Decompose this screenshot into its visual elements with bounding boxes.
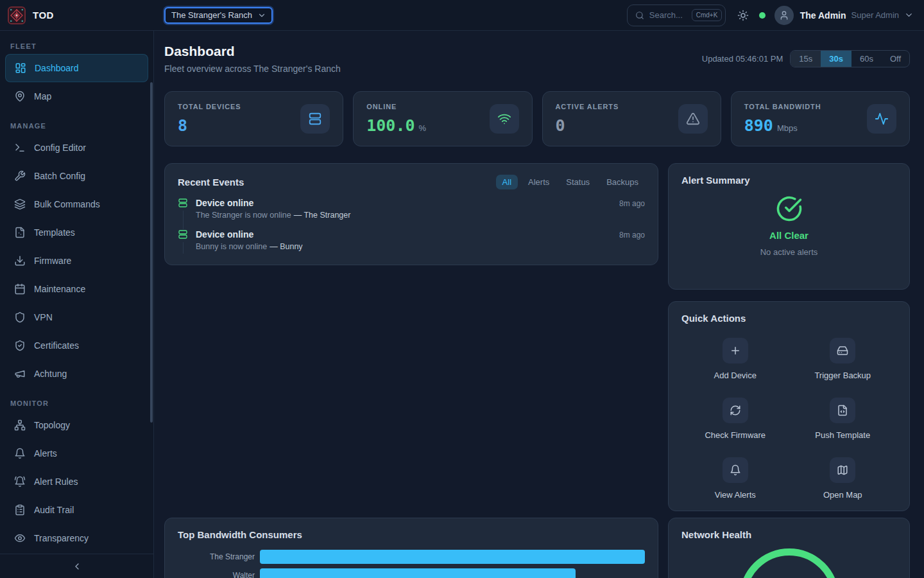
stat-card-total-bandwidth: TOTAL BANDWIDTH 890 Mbps [731,91,910,146]
tab-backups[interactable]: Backups [600,175,645,189]
sidebar-item-label: Achtung [34,369,67,379]
file-icon [14,227,26,238]
dashboard-icon [15,62,26,74]
sidebar-item-audit-trail[interactable]: Audit Trail [5,496,148,524]
section-label-fleet: FLEET [10,42,143,50]
check-firmware-button[interactable]: Check Firmware [681,398,789,440]
refresh-option-off[interactable]: Off [882,51,909,67]
sidebar-item-alerts[interactable]: Alerts [5,439,148,468]
sidebar-item-bulk-commands[interactable]: Bulk Commands [5,190,148,218]
plus-icon [723,338,748,363]
push-template-button[interactable]: Push Template [789,398,897,440]
recent-events-panel: Recent Events All Alerts Status Backups [164,163,658,265]
stat-card-total-devices: TOTAL DEVICES 8 [164,91,343,146]
event-description: The Stranger is now online [196,211,291,220]
shield-check-icon [14,340,26,351]
sidebar-item-label: Transparency [34,533,89,543]
wifi-icon [490,104,519,134]
search-input[interactable] [649,10,687,20]
page-subtitle: Fleet overview across The Stranger's Ran… [164,64,341,74]
search-shortcut-badge: Cmd+K [692,9,723,21]
stat-card-active-alerts: ACTIVE ALERTS 0 [542,91,721,146]
page-title: Dashboard [164,44,341,59]
clipboard-icon [14,504,26,516]
bandwidth-bar [260,550,645,564]
sidebar-item-maintenance[interactable]: Maintenance [5,275,148,303]
event-title: Device online [196,229,253,240]
server-icon [178,229,188,240]
bandwidth-bars: The Stranger Walter [178,550,645,578]
stat-value: 890 [744,116,773,135]
search-box[interactable]: Cmd+K [627,4,726,26]
sidebar-item-transparency[interactable]: Transparency [5,524,148,552]
user-name: The Admin [800,10,846,21]
fleet-selector-value: The Stranger's Ranch [171,10,252,20]
sidebar-item-achtung[interactable]: Achtung [5,360,148,388]
quick-actions-title: Quick Actions [681,313,896,324]
sidebar-item-alert-rules[interactable]: Alert Rules [5,468,148,496]
terminal-icon [14,142,26,153]
sidebar-item-config-editor[interactable]: Config Editor [5,134,148,162]
map-pin-icon [14,91,26,102]
sidebar-item-templates[interactable]: Templates [5,218,148,247]
layers-icon [14,198,26,210]
tab-status[interactable]: Status [560,175,596,189]
open-map-button[interactable]: Open Map [789,457,897,500]
event-title: Device online [196,198,253,208]
bandwidth-bar [260,568,576,578]
stat-label: TOTAL DEVICES [178,103,241,110]
user-menu-chevron-down-icon[interactable] [904,10,914,20]
trigger-backup-button[interactable]: Trigger Backup [789,338,897,380]
sidebar-item-vpn[interactable]: VPN [5,303,148,331]
refresh-option-15s[interactable]: 15s [791,51,821,67]
add-device-button[interactable]: Add Device [681,338,789,380]
sidebar-nav: FLEET Dashboard Map MANAGE Config Editor… [0,31,153,554]
stat-label: ACTIVE ALERTS [556,103,619,110]
main-content: Dashboard Fleet overview across The Stra… [154,31,924,578]
sidebar-item-batch-config[interactable]: Batch Config [5,162,148,190]
sidebar-collapse-button[interactable] [0,554,153,578]
sidebar-item-label: Batch Config [34,171,85,181]
refresh-option-60s[interactable]: 60s [851,51,882,67]
stat-unit: Mbps [777,123,798,133]
section-label-manage: MANAGE [10,122,143,130]
refresh-icon [723,398,748,423]
event-filter-tabs: All Alerts Status Backups [496,175,645,189]
sidebar-item-label: Map [34,91,51,101]
app-logo-icon [8,6,26,24]
event-time: 8m ago [619,231,645,240]
sidebar-item-label: Templates [34,227,75,238]
fleet-selector[interactable]: The Stranger's Ranch [164,7,273,24]
sidebar-item-label: Certificates [34,340,79,351]
sidebar-item-label: Bulk Commands [34,199,100,209]
hard-drive-icon [830,338,855,363]
sidebar-item-dashboard[interactable]: Dashboard [5,54,148,82]
download-icon [14,255,26,267]
quick-action-label: Check Firmware [705,430,766,440]
quick-actions-panel: Quick Actions Add Device Trigger Backup [668,301,910,511]
sidebar-item-certificates[interactable]: Certificates [5,331,148,360]
theme-toggle-sun-icon[interactable] [737,10,749,21]
sidebar-item-firmware[interactable]: Firmware [5,247,148,275]
sidebar-item-map[interactable]: Map [5,82,148,110]
stat-card-online: ONLINE 100.0 % [353,91,532,146]
tab-all[interactable]: All [496,175,518,189]
quick-action-label: Add Device [714,371,757,380]
view-alerts-button[interactable]: View Alerts [681,457,789,500]
tab-alerts[interactable]: Alerts [522,175,556,189]
megaphone-icon [14,368,26,380]
bandwidth-row: Walter [178,568,645,578]
user-role: Super Admin [851,10,899,20]
sidebar-scrollbar[interactable] [150,82,153,423]
alert-summary-panel: Alert Summary All Clear No active alerts [668,163,910,290]
sidebar-item-topology[interactable]: Topology [5,411,148,439]
check-circle-icon [776,195,803,222]
avatar[interactable] [774,6,794,25]
refresh-option-30s[interactable]: 30s [821,51,851,67]
recent-events-title: Recent Events [178,177,244,188]
event-row: Device online 8m ago The Stranger is now… [178,198,645,229]
sidebar-item-label: Config Editor [34,143,86,153]
bell-icon [14,448,26,459]
quick-action-label: Trigger Backup [814,371,871,380]
alert-summary-detail: No active alerts [760,247,818,257]
